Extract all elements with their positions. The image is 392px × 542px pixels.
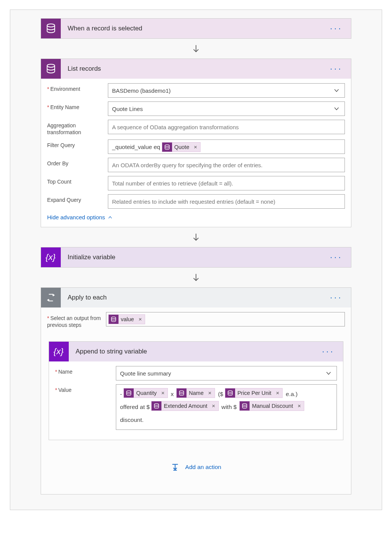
loop-icon (41, 288, 61, 307)
select-output-input[interactable]: value × (106, 312, 345, 326)
aggregation-label: Aggregation transformation (47, 120, 108, 136)
close-icon[interactable]: × (136, 314, 145, 325)
entity-label: Entity Name (47, 101, 108, 110)
variable-icon (41, 247, 61, 267)
filter-label: Filter Query (47, 139, 108, 148)
chevron-down-icon (333, 105, 340, 112)
apply-to-each-card[interactable]: Apply to each ··· Select an output from … (41, 287, 351, 494)
menu-button[interactable]: ··· (314, 350, 343, 353)
orderby-input[interactable]: An ODATA orderBy query for specifying th… (108, 158, 345, 172)
list-records-title: List records (61, 65, 322, 73)
select-output-label: Select an output from previous steps (47, 312, 106, 328)
close-icon[interactable]: × (158, 387, 168, 399)
init-var-title: Initialize variable (61, 254, 322, 261)
append-title: Append to string variable (69, 348, 314, 355)
price-token[interactable]: Price Per Unit× (225, 388, 283, 398)
orderby-label: Order By (47, 158, 108, 166)
quantity-token[interactable]: Quantity× (123, 388, 168, 398)
environment-select[interactable]: BASDemo (basdemo1) (108, 83, 345, 98)
value-label: Value (55, 384, 116, 393)
name-token[interactable]: Name× (176, 388, 215, 398)
filter-input[interactable]: _quoteid_value eq Quote × (108, 139, 345, 154)
value-token[interactable]: value × (108, 314, 145, 324)
menu-button[interactable]: ··· (322, 296, 351, 300)
insert-step-icon (171, 463, 179, 471)
top-input[interactable]: Total number of entries to retrieve (def… (108, 176, 345, 190)
aggregation-input[interactable]: A sequence of OData aggregation transfor… (108, 120, 345, 134)
value-input[interactable]: - Quantity× x Name× ($ Price Per Unit× e… (116, 384, 337, 430)
trigger-card[interactable]: When a record is selected ··· (41, 18, 351, 39)
caret-up-icon (107, 215, 113, 220)
menu-button[interactable]: ··· (322, 255, 351, 259)
menu-button[interactable]: ··· (322, 67, 351, 71)
arrow-down-icon (41, 39, 351, 59)
flow-designer-canvas: When a record is selected ··· List recor… (10, 10, 382, 510)
arrow-down-icon (41, 227, 351, 247)
variable-icon (49, 342, 69, 361)
top-label: Top Count (47, 176, 108, 185)
database-icon (41, 59, 61, 79)
close-icon[interactable]: × (209, 399, 218, 412)
extended-token[interactable]: Extended Amount× (151, 401, 218, 411)
name-select[interactable]: Quote line summary (116, 366, 337, 380)
expand-input[interactable]: Related entries to include with requeste… (108, 194, 345, 209)
manual-discount-token[interactable]: Manual Discount× (239, 401, 304, 411)
expand-label: Expand Query (47, 194, 108, 203)
database-icon (41, 19, 61, 38)
quote-token[interactable]: Quote × (162, 142, 201, 152)
chevron-down-icon (333, 87, 340, 94)
arrow-down-icon (41, 268, 351, 287)
trigger-title: When a record is selected (61, 25, 322, 32)
hide-advanced-link[interactable]: Hide advanced options (47, 212, 113, 220)
database-icon (162, 143, 172, 152)
initialize-variable-card[interactable]: Initialize variable ··· (41, 247, 351, 268)
close-icon[interactable]: × (273, 387, 282, 399)
append-string-card[interactable]: Append to string variable ··· Name Quote… (49, 341, 343, 440)
add-action-button[interactable]: Add an action (49, 440, 343, 490)
apply-each-title: Apply to each (61, 294, 322, 301)
environment-label: Environment (47, 83, 108, 92)
entity-select[interactable]: Quote Lines (108, 101, 345, 116)
close-icon[interactable]: × (191, 142, 200, 152)
close-icon[interactable]: × (205, 387, 215, 399)
name-label: Name (55, 366, 116, 375)
close-icon[interactable]: × (294, 399, 304, 412)
database-icon (109, 315, 119, 324)
chevron-down-icon (325, 370, 332, 377)
list-records-card[interactable]: List records ··· Environment BASDemo (ba… (41, 59, 351, 227)
menu-button[interactable]: ··· (322, 27, 351, 30)
